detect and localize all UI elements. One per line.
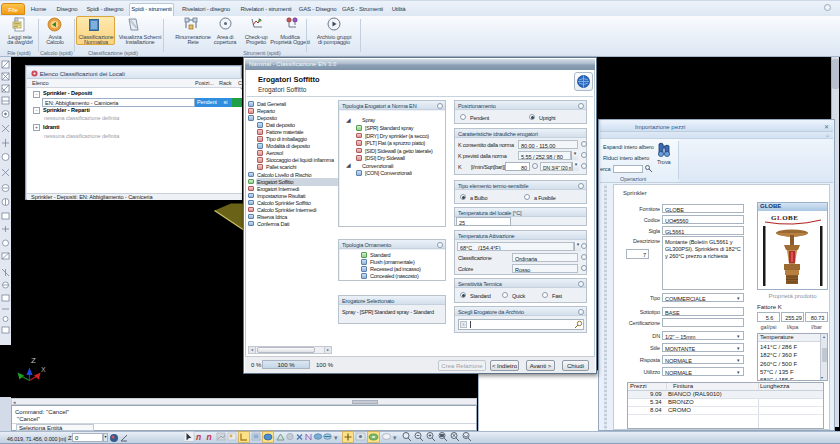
svg-text:X: X bbox=[41, 366, 46, 373]
svg-text:▾: ▾ bbox=[393, 434, 397, 441]
svg-text:GLOBE: GLOBE bbox=[771, 214, 798, 222]
svg-text:n: n bbox=[207, 432, 212, 442]
svg-text:Z: Z bbox=[31, 356, 36, 365]
svg-text:▾: ▾ bbox=[334, 434, 338, 441]
svg-text:n: n bbox=[196, 432, 201, 442]
